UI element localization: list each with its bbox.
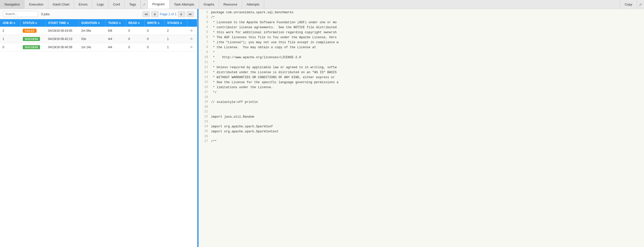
sort-arrow: ⇅ xyxy=(97,22,100,24)
line-number: 23 xyxy=(198,119,211,124)
status-cell: SUCCESS xyxy=(20,35,46,43)
code-line: 2/* xyxy=(198,15,644,20)
tasks-cell: 6/8 xyxy=(106,27,126,35)
code-line: 7 * (the "License"); you may not use thi… xyxy=(198,40,644,45)
line-content: package com.unraveldata.spark.sql.benchm… xyxy=(211,10,644,15)
search-input[interactable] xyxy=(3,11,38,17)
line-content: * xyxy=(211,60,644,65)
code-line: 12 * Unless required by applicable law o… xyxy=(198,65,644,70)
sort-arrow: ⇅ xyxy=(179,22,182,24)
left-tab-conf[interactable]: Conf xyxy=(108,0,124,9)
col-header-read[interactable]: READ ⇅ xyxy=(126,19,144,27)
write-cell: 0 xyxy=(144,27,164,35)
left-tab-gantt-chart[interactable]: Gantt Chart xyxy=(48,0,74,9)
expand-button[interactable]: ⤢ xyxy=(141,0,148,9)
line-number: 16 xyxy=(198,85,211,90)
col-header-stages[interactable]: STAGES ⇅ xyxy=(164,19,187,27)
eye-cell[interactable]: 👁 xyxy=(187,35,197,43)
line-number: 7 xyxy=(198,40,211,45)
sort-arrow: ⇅ xyxy=(118,22,121,24)
line-content: * http://www.apache.org/licenses/LICENSE… xyxy=(211,55,644,60)
left-tab-group: NavigationExecutionGantt ChartErrorsLogs… xyxy=(0,0,141,9)
left-tab-errors[interactable]: Errors xyxy=(74,0,92,9)
left-tab-logs[interactable]: Logs xyxy=(92,0,108,9)
code-line: 21 xyxy=(198,109,644,114)
write-cell: 0 xyxy=(144,43,164,51)
line-content: * (the "License"); you may not use this … xyxy=(211,40,644,45)
code-line: 27/** xyxy=(198,139,644,144)
prev-page-button[interactable]: ⏴ xyxy=(151,11,158,17)
col-header-duration[interactable]: DURATION ⇅ xyxy=(79,19,106,27)
col-header-job-id[interactable]: JOB ID ⇅ xyxy=(0,19,20,27)
table-row: 1SUCCESS04/19/18 06:42:1353s4/4001👁 xyxy=(0,35,197,43)
copy-button[interactable]: Copy xyxy=(620,0,637,9)
duration-cell: 1m 14s xyxy=(79,43,106,51)
code-line: 18 xyxy=(198,95,644,100)
line-content: * The ASF licenses this file to You unde… xyxy=(211,35,644,40)
fullscreen-button[interactable]: ⤢ xyxy=(637,0,644,9)
jobs-table-container: JOB ID ⇅STATUS ⇅START TIME ⇅DURATION ⇅TA… xyxy=(0,19,197,247)
line-content: * xyxy=(211,50,644,55)
eye-icon[interactable]: 👁 xyxy=(190,45,193,49)
duration-cell: 53s xyxy=(79,35,106,43)
right-tab-attempts[interactable]: Attempts xyxy=(242,0,264,9)
right-tab-program[interactable]: Program xyxy=(148,0,170,9)
line-number: 10 xyxy=(198,55,211,60)
line-content: */ xyxy=(211,90,644,95)
table-row: 0SUCCESS04/19/18 06:40:581m 14s4/4001👁 xyxy=(0,43,197,51)
col-header-write[interactable]: WRITE ⇅ xyxy=(144,19,164,27)
start-time-cell: 04/19/18 06:42:13 xyxy=(46,35,79,43)
sort-arrow: ⇅ xyxy=(157,22,160,24)
code-line: 11 * xyxy=(198,60,644,65)
left-tab-navigation[interactable]: Navigation xyxy=(0,0,24,9)
eye-cell[interactable]: 👁 xyxy=(187,43,197,51)
code-line: 10 * http://www.apache.org/licenses/LICE… xyxy=(198,55,644,60)
eye-icon[interactable]: 👁 xyxy=(190,29,193,33)
left-tab-tags[interactable]: Tags xyxy=(125,0,141,9)
code-line: 20 xyxy=(198,105,644,109)
line-number: 17 xyxy=(198,90,211,95)
stages-cell: 1 xyxy=(164,43,187,51)
next-page-button[interactable]: ⏵ xyxy=(178,11,185,17)
code-line: 9 * xyxy=(198,50,644,55)
line-number: 26 xyxy=(198,134,211,139)
left-tab-execution[interactable]: Execution xyxy=(24,0,48,9)
line-number: 18 xyxy=(198,95,211,100)
col-header-tasks[interactable]: TASKS ⇅ xyxy=(106,19,126,27)
col-header-start-time[interactable]: START TIME ⇅ xyxy=(46,19,79,27)
write-cell: 0 xyxy=(144,35,164,43)
expand-icon: ⤢ xyxy=(143,3,146,6)
code-viewer[interactable]: 1package com.unraveldata.spark.sql.bench… xyxy=(198,9,644,247)
right-tab-task-attempts[interactable]: Task Attempts xyxy=(170,0,199,9)
right-tab-resource[interactable]: Resource xyxy=(219,0,242,9)
line-content: * limitations under the License. xyxy=(211,85,644,90)
job-id-cell: 1 xyxy=(0,35,20,43)
stages-cell: 2 xyxy=(164,27,187,35)
line-content: * distributed under the License is distr… xyxy=(211,70,644,75)
eye-icon[interactable]: 👁 xyxy=(190,37,193,41)
status-cell: SUCCESS xyxy=(20,43,46,51)
right-actions: Copy ⤢ xyxy=(620,0,644,9)
status-badge: FAILED xyxy=(23,29,36,33)
read-cell: 0 xyxy=(126,35,144,43)
code-line: 13 * distributed under the License is di… xyxy=(198,70,644,75)
code-line: 15 * See the License for the specific la… xyxy=(198,80,644,85)
line-content: * Licensed to the Apache Software Founda… xyxy=(211,20,644,25)
sort-arrow: ⇅ xyxy=(12,22,15,24)
eye-cell[interactable]: 👁 xyxy=(187,27,197,35)
code-line: 22import java.util.Random xyxy=(198,114,644,119)
main-content: 3 jobs ⏮ ⏴ Page 1 of 1 ⏵ ⏭ JOB ID ⇅STATU… xyxy=(0,9,644,247)
duration-cell: 2m 56s xyxy=(79,27,106,35)
code-line: 5 * this work for additional information… xyxy=(198,30,644,35)
line-content: // scalastyle:off println xyxy=(211,100,644,105)
table-header: JOB ID ⇅STATUS ⇅START TIME ⇅DURATION ⇅TA… xyxy=(0,19,197,27)
line-content: * WITHOUT WARRANTIES OR CONDITIONS OF AN… xyxy=(211,75,644,80)
first-page-button[interactable]: ⏮ xyxy=(142,11,150,17)
col-header-status[interactable]: STATUS ⇅ xyxy=(20,19,46,27)
last-page-button[interactable]: ⏭ xyxy=(187,11,194,17)
right-tab-graphs[interactable]: Graphs xyxy=(199,0,219,9)
tasks-cell: 4/4 xyxy=(106,35,126,43)
start-time-cell: 04/19/18 06:40:58 xyxy=(46,43,79,51)
line-content: * See the License for the specific langu… xyxy=(211,80,644,85)
right-panel: 1package com.unraveldata.spark.sql.bench… xyxy=(198,9,644,247)
